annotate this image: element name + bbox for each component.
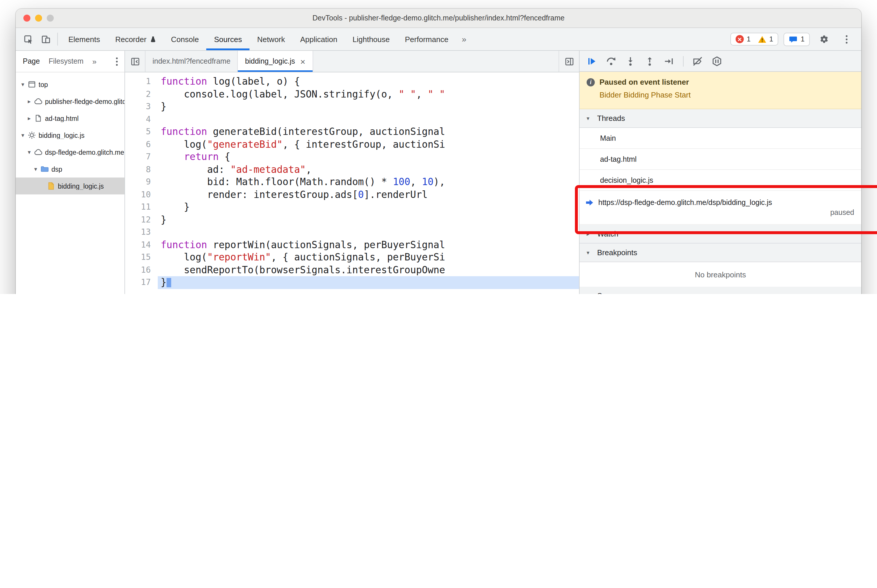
disclosure-arrow[interactable]: ▾ bbox=[32, 166, 39, 172]
tab-performance[interactable]: Performance bbox=[397, 28, 456, 50]
disclosure-arrow[interactable]: ▸ bbox=[26, 98, 33, 105]
line-number[interactable]: 4 bbox=[125, 113, 158, 126]
thread-item-https-dsp-fledge-demo-glitch-me-dsp-bidd[interactable]: https://dsp-fledge-demo.glitch.me/dsp/bi… bbox=[580, 191, 861, 225]
disclosure-arrow[interactable] bbox=[587, 249, 593, 256]
code-text[interactable]: } bbox=[158, 213, 579, 226]
close-tab-icon[interactable]: × bbox=[300, 57, 305, 66]
code-text[interactable]: bid: Math.floor(Math.random() * 100, 10)… bbox=[158, 176, 579, 188]
code-text[interactable]: function reportWin(auctionSignals, perBu… bbox=[158, 238, 579, 251]
line-number[interactable]: 17 bbox=[125, 276, 158, 289]
line-number[interactable]: 2 bbox=[125, 88, 158, 100]
code-text[interactable]: console.log(label, JSON.stringify(o, " "… bbox=[158, 88, 579, 100]
device-toolbar-button[interactable] bbox=[37, 28, 54, 50]
tree-item-publisher-fledge-demo-glitch-me[interactable]: ▸publisher-fledge-demo.glitch.me bbox=[16, 93, 125, 110]
navigator-menu-button[interactable] bbox=[113, 57, 121, 66]
section-breakpoints[interactable]: Breakpoints bbox=[580, 243, 861, 262]
issues-counter[interactable]: 1 bbox=[784, 32, 810, 46]
code-text[interactable]: log("generateBid", { interestGroup, auct… bbox=[158, 138, 579, 151]
tree-item-top[interactable]: ▾top bbox=[16, 76, 125, 93]
code-editor[interactable]: 1function log(label, o) {2 console.log(l… bbox=[125, 72, 579, 294]
zoom-window-button[interactable] bbox=[47, 15, 54, 22]
code-text[interactable]: log("reportWin", { auctionSignals, perBu… bbox=[158, 251, 579, 264]
line-number[interactable]: 10 bbox=[125, 188, 158, 201]
line-number[interactable]: 12 bbox=[125, 213, 158, 226]
code-token: , bbox=[306, 164, 312, 175]
code-text[interactable]: } bbox=[158, 100, 579, 113]
disclosure-arrow[interactable] bbox=[587, 115, 593, 122]
tab-recorder[interactable]: Recorder bbox=[107, 28, 163, 50]
disclosure-arrow[interactable]: ▾ bbox=[19, 132, 26, 138]
tree-item-dsp-fledge-demo-glitch-me[interactable]: ▾dsp-fledge-demo.glitch.me bbox=[16, 144, 125, 160]
resume-button[interactable] bbox=[587, 56, 597, 66]
code-text[interactable] bbox=[158, 226, 579, 238]
step-into-button[interactable] bbox=[625, 56, 636, 66]
section-scope[interactable]: Scope bbox=[580, 287, 861, 294]
thread-item-main[interactable]: Main bbox=[580, 128, 861, 149]
pause-on-exceptions-button[interactable] bbox=[712, 56, 722, 66]
settings-button[interactable] bbox=[815, 34, 833, 44]
code-text[interactable]: return { bbox=[158, 151, 579, 163]
deactivate-breakpoints-button[interactable] bbox=[692, 56, 703, 66]
editor-tab-bidding-logic-js[interactable]: bidding_logic.js× bbox=[238, 51, 313, 72]
tab-sources[interactable]: Sources bbox=[206, 28, 250, 50]
disclosure-arrow[interactable] bbox=[587, 292, 593, 294]
tab-label: Performance bbox=[405, 35, 448, 44]
code-text[interactable]: function generateBid(interestGroup, auct… bbox=[158, 126, 579, 138]
line-number[interactable]: 1 bbox=[125, 75, 158, 88]
line-number[interactable]: 11 bbox=[125, 201, 158, 213]
thread-item-ad-tag-html[interactable]: ad-tag.html bbox=[580, 149, 861, 170]
devtools-menu-button[interactable] bbox=[838, 35, 855, 44]
console-counts[interactable]: ✕ 1 1 bbox=[730, 33, 779, 45]
tree-item-label: bidding_logic.js bbox=[39, 132, 84, 139]
line-number[interactable]: 6 bbox=[125, 138, 158, 151]
close-window-button[interactable] bbox=[23, 15, 30, 22]
minimize-window-button[interactable] bbox=[35, 15, 42, 22]
more-navigator-tabs-button[interactable]: » bbox=[92, 57, 96, 66]
line-number[interactable]: 13 bbox=[125, 226, 158, 238]
code-token bbox=[161, 151, 184, 162]
inspect-element-button[interactable] bbox=[19, 28, 37, 50]
tab-filesystem[interactable]: Filesystem bbox=[48, 57, 83, 65]
step-button[interactable] bbox=[664, 56, 674, 66]
disclosure-arrow[interactable] bbox=[587, 231, 593, 237]
section-threads[interactable]: Threads bbox=[580, 109, 861, 128]
debugger-sidebar-toggle-button[interactable] bbox=[558, 51, 579, 72]
line-number[interactable]: 9 bbox=[125, 176, 158, 188]
disclosure-arrow[interactable]: ▸ bbox=[26, 115, 33, 122]
code-text[interactable]: sendReportTo(browserSignals.interestGrou… bbox=[158, 264, 579, 276]
tab-application[interactable]: Application bbox=[293, 28, 345, 50]
tab-network[interactable]: Network bbox=[250, 28, 292, 50]
line-number[interactable]: 15 bbox=[125, 251, 158, 264]
more-panels-button[interactable]: » bbox=[456, 28, 472, 50]
line-number[interactable]: 7 bbox=[125, 151, 158, 163]
thread-item-decision-logic-js[interactable]: decision_logic.js bbox=[580, 170, 861, 191]
tree-item-bidding-logic-js[interactable]: bidding_logic.js bbox=[16, 177, 125, 195]
line-number[interactable]: 8 bbox=[125, 163, 158, 176]
line-number[interactable]: 14 bbox=[125, 238, 158, 251]
code-text[interactable]: function log(label, o) { bbox=[158, 75, 579, 88]
code-text[interactable]: ad: "ad-metadata", bbox=[158, 163, 579, 176]
tree-item-bidding-logic-js[interactable]: ▾bidding_logic.js bbox=[16, 127, 125, 144]
line-number[interactable]: 3 bbox=[125, 100, 158, 113]
disclosure-arrow[interactable]: ▾ bbox=[19, 81, 26, 88]
section-watch[interactable]: Watch bbox=[580, 225, 861, 243]
step-over-button[interactable] bbox=[606, 56, 617, 66]
editor-pane: index.html?fencedframebidding_logic.js× … bbox=[125, 51, 579, 294]
line-number[interactable]: 5 bbox=[125, 126, 158, 138]
tab-console[interactable]: Console bbox=[163, 28, 206, 50]
tab-elements[interactable]: Elements bbox=[61, 28, 107, 50]
tree-item-ad-tag-html[interactable]: ▸ad-tag.html bbox=[16, 110, 125, 127]
code-text[interactable] bbox=[158, 113, 579, 126]
editor-tab-index-html-fencedframe[interactable]: index.html?fencedframe bbox=[146, 51, 238, 72]
section-title: Watch bbox=[597, 230, 618, 238]
line-number[interactable]: 16 bbox=[125, 264, 158, 276]
disclosure-arrow[interactable]: ▾ bbox=[26, 149, 33, 155]
code-text[interactable]: } bbox=[158, 276, 579, 289]
navigator-toggle-button[interactable] bbox=[125, 51, 146, 72]
tab-lighthouse[interactable]: Lighthouse bbox=[345, 28, 397, 50]
step-out-button[interactable] bbox=[644, 56, 655, 66]
code-text[interactable]: render: interestGroup.ads[0].renderUrl bbox=[158, 188, 579, 201]
tree-item-dsp[interactable]: ▾dsp bbox=[16, 160, 125, 177]
tab-page[interactable]: Page bbox=[23, 57, 40, 65]
code-text[interactable]: } bbox=[158, 201, 579, 213]
